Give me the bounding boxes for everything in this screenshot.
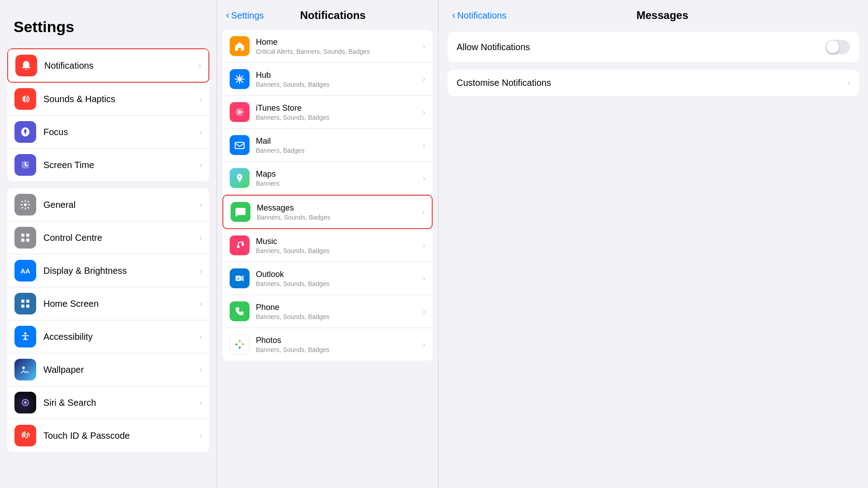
photos-chevron: › — [423, 340, 425, 349]
customise-notifications-row[interactable]: Customise Notifications › — [448, 70, 859, 96]
sidebar-item-general[interactable]: General › — [7, 188, 209, 221]
itunes-chevron: › — [423, 108, 425, 117]
settings-back-button[interactable]: ‹ Settings — [226, 9, 264, 21]
music-app-icon — [230, 235, 250, 255]
back-chevron-icon: ‹ — [226, 9, 229, 21]
sounds-chevron: › — [199, 94, 202, 104]
svg-rect-4 — [26, 234, 29, 237]
mail-sub: Banners, Badges — [256, 147, 423, 154]
phone-text: Phone Banners, Sounds, Badges — [256, 303, 423, 320]
home-app-icon — [230, 36, 250, 56]
sidebar-item-touchid[interactable]: Touch ID & Passcode › — [7, 419, 209, 452]
svg-rect-8 — [26, 300, 29, 303]
allow-notifications-toggle[interactable] — [826, 40, 850, 54]
notifications-back-label: Notifications — [457, 10, 506, 21]
notifications-list: Home Critical Alerts, Banners, Sounds, B… — [217, 26, 438, 488]
messages-panel: ‹ Notifications Messages Allow Notificat… — [439, 0, 868, 488]
notifications-back-button[interactable]: ‹ Notifications — [452, 9, 506, 21]
sidebar-item-wallpaper[interactable]: Wallpaper › — [7, 353, 209, 386]
sidebar-item-siri[interactable]: Siri & Search › — [7, 386, 209, 419]
svg-rect-18 — [235, 142, 244, 149]
sidebar-item-controlcentre[interactable]: Control Centre › — [7, 221, 209, 254]
notif-item-mail[interactable]: Mail Banners, Badges › — [222, 129, 433, 162]
svg-text:O: O — [237, 277, 240, 280]
photos-sub: Banners, Sounds, Badges — [256, 346, 423, 353]
svg-rect-5 — [21, 239, 24, 242]
homescreen-icon — [14, 293, 36, 314]
notif-item-phone[interactable]: Phone Banners, Sounds, Badges › — [222, 295, 433, 328]
notif-item-outlook[interactable]: O Outlook Banners, Sounds, Badges › — [222, 262, 433, 295]
wallpaper-chevron: › — [199, 365, 202, 375]
notifications-group: Home Critical Alerts, Banners, Sounds, B… — [222, 30, 433, 361]
itunes-app-icon — [230, 102, 250, 122]
customise-chevron: › — [847, 78, 850, 88]
music-chevron: › — [423, 241, 425, 250]
messages-sub: Banners, Sounds, Badges — [257, 214, 422, 221]
notif-item-photos[interactable]: Photos Banners, Sounds, Badges › — [222, 328, 433, 361]
notif-item-music[interactable]: Music Banners, Sounds, Badges › — [222, 229, 433, 262]
outlook-app-icon: O — [230, 268, 250, 288]
sidebar-item-notifications[interactable]: Notifications › — [7, 48, 209, 83]
messages-settings-content: Allow Notifications Customise Notificati… — [439, 26, 868, 109]
svg-rect-3 — [21, 234, 24, 237]
music-name: Music — [256, 237, 423, 246]
notif-item-maps[interactable]: Maps Banners › — [222, 162, 433, 195]
phone-chevron: › — [423, 307, 425, 316]
sidebar-item-accessibility[interactable]: Accessibility › — [7, 320, 209, 353]
messages-header: ‹ Notifications Messages — [439, 0, 868, 26]
svg-rect-6 — [26, 239, 29, 242]
screentime-icon — [14, 154, 36, 176]
hub-sub: Banners, Sounds, Badges — [256, 81, 423, 88]
customise-notifications-group: Customise Notifications › — [448, 70, 859, 96]
sidebar-item-homescreen[interactable]: Home Screen › — [7, 287, 209, 320]
general-label: General — [43, 200, 199, 210]
photos-app-icon — [230, 334, 250, 354]
messages-chevron: › — [422, 207, 425, 217]
accessibility-icon — [14, 326, 36, 347]
messages-panel-title: Messages — [637, 9, 725, 22]
mail-name: Mail — [256, 136, 423, 146]
sidebar-item-focus[interactable]: Focus › — [7, 116, 209, 149]
controlcentre-chevron: › — [199, 233, 202, 243]
notif-item-home[interactable]: Home Critical Alerts, Banners, Sounds, B… — [222, 30, 433, 63]
phone-sub: Banners, Sounds, Badges — [256, 313, 423, 320]
notif-item-hub[interactable]: Hub Banners, Sounds, Badges › — [222, 63, 433, 96]
hub-chevron: › — [423, 75, 425, 84]
notifications-chevron: › — [198, 61, 201, 70]
sounds-label: Sounds & Haptics — [43, 94, 199, 104]
svg-point-2 — [24, 203, 27, 206]
allow-notifications-label: Allow Notifications — [457, 42, 826, 52]
siri-chevron: › — [199, 398, 202, 408]
itunes-sub: Banners, Sounds, Badges — [256, 114, 423, 121]
notif-item-itunes[interactable]: iTunes Store Banners, Sounds, Badges › — [222, 96, 433, 129]
wallpaper-label: Wallpaper — [43, 365, 199, 375]
notifications-panel-title: Notifications — [300, 9, 393, 22]
notif-item-messages[interactable]: Messages Banners, Sounds, Badges › — [222, 195, 433, 229]
settings-title: Settings — [0, 0, 217, 45]
svg-point-21 — [237, 342, 242, 347]
music-sub: Banners, Sounds, Badges — [256, 247, 423, 254]
mail-app-icon — [230, 135, 250, 155]
svg-point-15 — [24, 402, 26, 404]
notifications-label: Notifications — [44, 61, 198, 71]
messages-app-icon — [231, 202, 250, 222]
sidebar-item-display[interactable]: AA Display & Brightness › — [7, 254, 209, 287]
phone-name: Phone — [256, 303, 423, 312]
settings-group-2: General › Control Centre › AA Display & … — [7, 188, 209, 452]
notifications-panel: ‹ Settings Notifications Home Critical A… — [217, 0, 439, 488]
outlook-sub: Banners, Sounds, Badges — [256, 280, 423, 287]
hub-app-icon — [230, 69, 250, 89]
itunes-text: iTunes Store Banners, Sounds, Badges — [256, 103, 423, 121]
focus-icon — [14, 121, 36, 143]
back-label: Settings — [231, 10, 264, 21]
hub-text: Hub Banners, Sounds, Badges — [256, 70, 423, 88]
notifications-header: ‹ Settings Notifications — [217, 0, 438, 26]
sidebar-item-screentime[interactable]: Screen Time › — [7, 149, 209, 181]
maps-chevron: › — [423, 174, 425, 183]
display-icon: AA — [14, 260, 36, 282]
mail-chevron: › — [423, 141, 425, 150]
homescreen-chevron: › — [199, 299, 202, 309]
home-chevron: › — [423, 42, 425, 51]
messages-text: Messages Banners, Sounds, Badges — [257, 203, 422, 221]
sidebar-item-sounds[interactable]: Sounds & Haptics › — [7, 83, 209, 116]
